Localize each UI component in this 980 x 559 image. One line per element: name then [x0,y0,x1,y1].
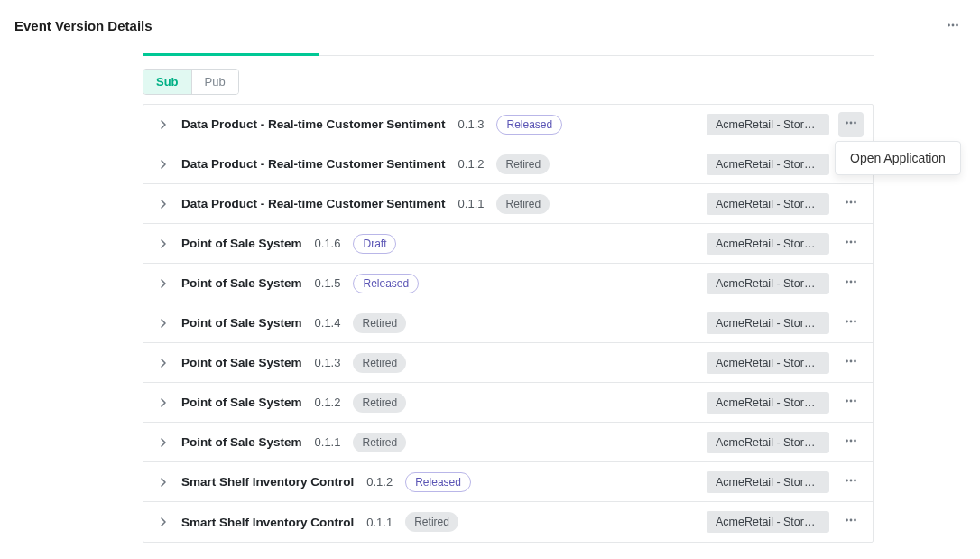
chevron-right-icon[interactable] [154,235,172,253]
row-more-button[interactable] [838,231,864,256]
menu-item-open-application[interactable]: Open Application [850,151,946,165]
row-name: Data Product - Real-time Customer Sentim… [181,197,446,210]
active-tab-indicator [143,53,319,56]
svg-point-30 [846,479,848,481]
version-row: Point of Sale System0.1.3RetiredAcmeReta… [143,343,873,383]
version-row: Point of Sale System0.1.6DraftAcmeRetail… [143,224,873,264]
broker-tag[interactable]: AcmeRetail - Store… [707,392,829,414]
svg-point-12 [846,240,848,243]
chevron-right-icon[interactable] [154,394,172,412]
chevron-right-icon[interactable] [154,473,172,491]
version-row: Point of Sale System0.1.5ReleasedAcmeRet… [143,264,873,303]
svg-point-17 [854,280,856,283]
broker-tag[interactable]: AcmeRetail - Store… [707,471,829,493]
tab-pub[interactable]: Pub [192,70,238,94]
broker-tag[interactable]: AcmeRetail - Store… [707,273,829,294]
svg-point-9 [846,200,848,203]
svg-point-13 [850,240,853,243]
more-horizontal-icon [845,474,857,490]
status-pill: Retired [496,194,550,214]
row-name: Data Product - Real-time Customer Sentim… [181,157,446,171]
broker-tag[interactable]: AcmeRetail - Store… [707,154,829,175]
row-version: 0.1.3 [458,117,485,131]
chevron-right-icon[interactable] [154,354,172,372]
svg-point-10 [850,200,853,203]
svg-point-18 [846,320,848,322]
version-row: Smart Shelf Inventory Control0.1.1Retire… [143,502,873,542]
svg-point-22 [850,359,853,362]
row-name: Smart Shelf Inventory Control [181,475,354,489]
chevron-right-icon[interactable] [154,155,172,173]
row-more-button[interactable] [838,311,864,336]
row-version: 0.1.6 [315,237,341,250]
broker-tag[interactable]: AcmeRetail - Store… [707,114,829,135]
row-version: 0.1.5 [315,276,341,290]
broker-tag[interactable]: AcmeRetail - Store… [707,511,829,533]
svg-point-25 [850,399,853,402]
status-pill: Draft [353,234,396,254]
more-horizontal-icon [845,315,857,331]
row-context-menu: Open Application [835,141,961,175]
chevron-right-icon[interactable] [154,433,172,452]
chevron-right-icon[interactable] [154,195,172,213]
row-more-button[interactable] [838,191,864,217]
svg-point-15 [846,280,848,283]
chevron-right-icon[interactable] [154,314,172,332]
tab-sub[interactable]: Sub [143,70,192,94]
status-pill: Released [496,115,562,135]
sub-pub-toggle: Sub Pub [143,69,239,95]
row-more-button[interactable] [838,271,864,296]
svg-point-32 [854,479,856,481]
broker-tag[interactable]: AcmeRetail - Store… [707,312,829,334]
svg-point-21 [846,359,848,362]
more-horizontal-icon [947,19,959,32]
row-more-button[interactable] [838,112,864,137]
panel-more-button[interactable] [940,13,966,38]
row-more-button[interactable] [838,470,864,495]
row-name: Data Product - Real-time Customer Sentim… [181,117,446,131]
status-pill: Released [405,472,471,492]
row-version: 0.1.2 [458,157,485,171]
broker-tag[interactable]: AcmeRetail - Store… [707,352,829,374]
svg-point-14 [854,240,856,243]
row-version: 0.1.3 [315,356,341,369]
svg-point-24 [846,399,848,402]
svg-point-2 [956,24,958,27]
chevron-right-icon[interactable] [154,116,172,134]
page-title: Event Version Details [14,18,153,33]
broker-tag[interactable]: AcmeRetail - Store… [707,233,829,255]
version-row: Point of Sale System0.1.2RetiredAcmeReta… [143,383,873,423]
row-name: Point of Sale System [181,237,302,250]
row-version: 0.1.1 [366,516,393,529]
row-more-button[interactable] [838,430,864,455]
broker-tag[interactable]: AcmeRetail - Store… [707,193,829,215]
row-name: Point of Sale System [181,356,302,369]
svg-point-31 [850,479,853,481]
chevron-right-icon[interactable] [154,275,172,293]
svg-point-5 [854,121,856,124]
more-horizontal-icon [845,116,857,133]
more-horizontal-icon [845,236,857,252]
svg-point-0 [948,24,950,27]
row-more-button[interactable] [838,390,864,415]
status-pill: Retired [353,393,406,413]
status-pill: Retired [353,353,406,373]
row-more-button[interactable] [838,350,864,376]
row-name: Point of Sale System [181,276,302,290]
panel-header: Event Version Details [0,0,980,43]
row-name: Smart Shelf Inventory Control [181,516,354,529]
row-more-button[interactable] [838,509,864,535]
svg-point-28 [850,439,853,442]
chevron-right-icon[interactable] [154,513,172,531]
row-version: 0.1.4 [315,316,341,330]
row-version: 0.1.1 [458,197,485,210]
row-name: Point of Sale System [181,435,302,449]
version-list: Data Product - Real-time Customer Sentim… [143,104,874,543]
more-horizontal-icon [845,395,857,411]
version-row: Point of Sale System0.1.4RetiredAcmeReta… [143,303,873,343]
row-version: 0.1.2 [366,475,393,489]
more-horizontal-icon [845,355,857,371]
svg-point-20 [854,320,856,322]
broker-tag[interactable]: AcmeRetail - Store… [707,432,829,453]
status-pill: Retired [353,313,406,333]
